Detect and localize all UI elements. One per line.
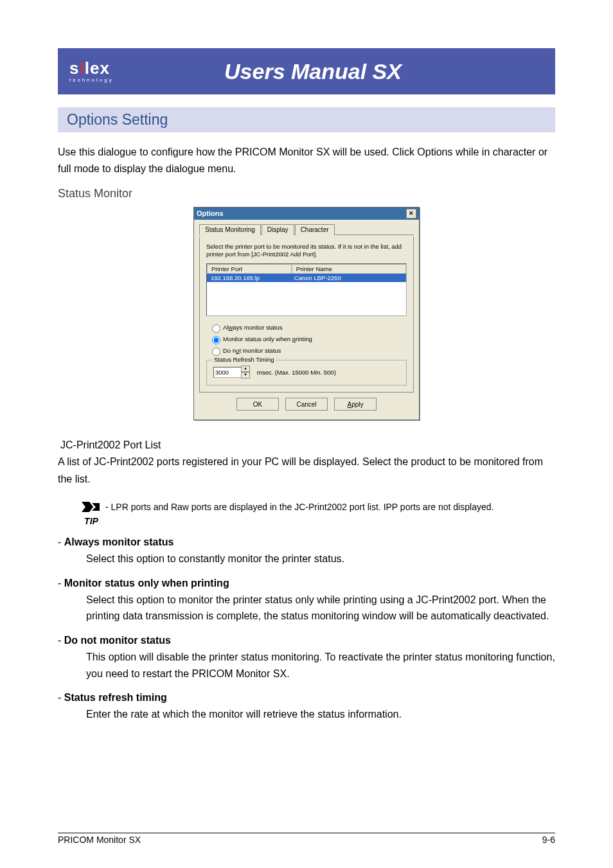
portlist-heading: JC-Print2002 Port List: [60, 439, 555, 451]
page-title: Users Manual SX: [121, 59, 544, 84]
tip-icon: TIP: [77, 499, 105, 526]
spin-down-icon[interactable]: ▼: [241, 372, 250, 378]
cell-port: 192.168.20.185:lp: [207, 274, 290, 282]
option-when-printing: - Monitor status only when printing Sele…: [58, 578, 555, 624]
apply-button[interactable]: Apply: [334, 398, 377, 411]
tab-status-monitoring[interactable]: Status Monitoring: [199, 224, 261, 235]
option-do-not: - Do not monitor status This option will…: [58, 635, 555, 682]
dialog-title: Options: [197, 209, 224, 217]
option-refresh-title: Status refresh timing: [64, 692, 167, 703]
radio-always[interactable]: Always monitor status: [209, 323, 407, 333]
dialog-tabs: Status Monitoring Display Character: [199, 224, 414, 235]
close-icon[interactable]: ✕: [406, 209, 416, 218]
portlist-text: A list of JC-Print2002 ports registered …: [58, 454, 555, 488]
col-printer-name[interactable]: Printer Name: [292, 264, 406, 274]
spin-up-icon[interactable]: ▲: [241, 366, 250, 372]
option-when-printing-desc: Select this option to monitor the printe…: [86, 592, 555, 624]
msec-label: msec. (Max. 15000 Min. 500): [257, 369, 336, 376]
header-bar: silex technology Users Manual SX: [58, 48, 555, 94]
options-dialog: Options ✕ Status Monitoring Display Char…: [193, 207, 420, 421]
option-refresh-timing: - Status refresh timing Enter the rate a…: [58, 692, 555, 723]
monitor-mode-radios: Always monitor status Monitor status onl…: [209, 323, 407, 356]
fieldset-legend: Status Refresh Timing: [212, 356, 276, 363]
cancel-button[interactable]: Cancel: [285, 398, 328, 411]
footer-left: PRICOM Monitor SX: [58, 835, 141, 845]
tab-display[interactable]: Display: [262, 224, 294, 235]
radio-do-not-input[interactable]: [212, 348, 220, 356]
dialog-titlebar: Options ✕: [194, 208, 419, 220]
option-refresh-desc: Enter the rate at which the monitor will…: [86, 706, 555, 723]
dialog-screenshot: Options ✕ Status Monitoring Display Char…: [58, 207, 555, 421]
option-when-printing-title: Monitor status only when printing: [64, 578, 229, 589]
footer-right: 9-6: [542, 835, 555, 845]
radio-when-printing-input[interactable]: [212, 336, 220, 344]
col-printer-port[interactable]: Printer Port: [207, 264, 292, 274]
tip-row: TIP - LPR ports and Raw ports are displa…: [77, 499, 555, 526]
radio-do-not[interactable]: Do not monitor status: [209, 346, 407, 356]
printer-list[interactable]: Printer Port Printer Name 192.168.20.185…: [206, 263, 407, 316]
tip-text: - LPR ports and Raw ports are displayed …: [105, 499, 555, 512]
tip-label: TIP: [84, 516, 98, 526]
refresh-spinner[interactable]: ▲ ▼: [213, 366, 250, 378]
logo-rest: lex: [85, 58, 110, 78]
section-heading: Options Setting: [58, 107, 555, 132]
cell-name: Canon LBP-2260: [290, 274, 406, 282]
tab-pane: Select the printer port to be monitored …: [199, 236, 414, 393]
dialog-instruction: Select the printer port to be monitored …: [206, 243, 407, 259]
logo: silex technology: [69, 59, 121, 83]
logo-s: s: [69, 58, 79, 78]
radio-always-input[interactable]: [212, 324, 220, 333]
radio-when-printing[interactable]: Monitor status only when printing: [209, 334, 407, 344]
option-do-not-desc: This option will disable the printer sta…: [86, 649, 555, 682]
refresh-input[interactable]: [213, 367, 242, 378]
logo-i: i: [79, 58, 84, 78]
option-always-desc: Select this option to constantly monitor…: [86, 551, 555, 567]
logo-tagline: technology: [69, 78, 121, 84]
sub-heading: Status Monitor: [58, 187, 555, 200]
option-always-title: Always monitor status: [64, 536, 174, 547]
refresh-timing-fieldset: Status Refresh Timing ▲ ▼ msec. (Max. 15…: [206, 360, 407, 385]
list-row-selected[interactable]: 192.168.20.185:lp Canon LBP-2260: [207, 274, 406, 282]
option-do-not-title: Do not monitor status: [64, 635, 171, 646]
ok-button[interactable]: OK: [236, 398, 279, 411]
footer: PRICOM Monitor SX 9-6: [58, 833, 555, 845]
tab-character[interactable]: Character: [295, 224, 335, 235]
intro-text: Use this dialogue to configure how the P…: [58, 144, 555, 178]
option-always: - Always monitor status Select this opti…: [58, 536, 555, 567]
